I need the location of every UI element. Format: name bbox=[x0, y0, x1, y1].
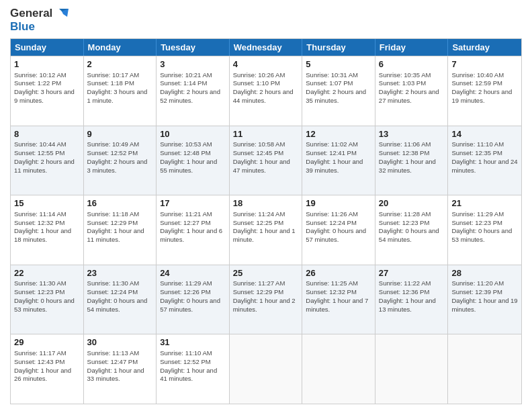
logo-text-block: General Blue bbox=[10, 7, 69, 33]
day-number: 8 bbox=[14, 128, 80, 140]
day-number: 26 bbox=[306, 267, 371, 279]
calendar-header: SundayMondayTuesdayWednesdayThursdayFrid… bbox=[11, 39, 521, 56]
day-number: 24 bbox=[160, 267, 226, 279]
day-info: Sunrise: 11:29 AM Sunset: 12:26 PM Dayli… bbox=[160, 279, 226, 314]
day-of-week-header: Wednesday bbox=[230, 39, 303, 56]
day-number: 20 bbox=[379, 197, 445, 210]
header: General Blue bbox=[10, 7, 522, 33]
day-number: 31 bbox=[160, 336, 226, 349]
calendar-body: 1Sunrise: 10:12 AM Sunset: 1:22 PM Dayli… bbox=[11, 56, 521, 404]
calendar-cell: 5Sunrise: 10:31 AM Sunset: 1:07 PM Dayli… bbox=[302, 56, 375, 126]
day-info: Sunrise: 11:25 AM Sunset: 12:32 PM Dayli… bbox=[306, 279, 371, 314]
day-number: 25 bbox=[233, 267, 299, 279]
day-number: 23 bbox=[87, 267, 153, 279]
calendar-cell: 12Sunrise: 11:02 AM Sunset: 12:41 PM Day… bbox=[302, 126, 375, 195]
calendar: SundayMondayTuesdayWednesdayThursdayFrid… bbox=[10, 38, 522, 404]
day-info: Sunrise: 10:44 AM Sunset: 12:55 PM Dayli… bbox=[14, 140, 80, 175]
day-info: Sunrise: 11:27 AM Sunset: 12:29 PM Dayli… bbox=[233, 279, 299, 314]
logo-blue: Blue bbox=[10, 20, 69, 34]
calendar-row: 15Sunrise: 11:14 AM Sunset: 12:32 PM Day… bbox=[11, 195, 521, 265]
day-number: 29 bbox=[14, 336, 80, 349]
day-info: Sunrise: 10:26 AM Sunset: 1:10 PM Daylig… bbox=[233, 71, 299, 105]
logo-general: General bbox=[10, 7, 52, 20]
calendar-cell: 1Sunrise: 10:12 AM Sunset: 1:22 PM Dayli… bbox=[11, 56, 84, 126]
day-number: 17 bbox=[160, 197, 226, 210]
day-info: Sunrise: 11:02 AM Sunset: 12:41 PM Dayli… bbox=[306, 140, 371, 175]
day-number: 5 bbox=[306, 58, 371, 71]
logo-bird-icon bbox=[54, 7, 69, 19]
day-number: 13 bbox=[379, 128, 445, 140]
calendar-cell: 26Sunrise: 11:25 AM Sunset: 12:32 PM Day… bbox=[302, 265, 375, 334]
day-info: Sunrise: 11:30 AM Sunset: 12:24 PM Dayli… bbox=[87, 279, 153, 314]
day-of-week-header: Sunday bbox=[11, 39, 84, 56]
day-of-week-header: Thursday bbox=[302, 39, 375, 56]
day-number: 2 bbox=[87, 58, 153, 71]
calendar-row: 1Sunrise: 10:12 AM Sunset: 1:22 PM Dayli… bbox=[11, 56, 521, 126]
day-info: Sunrise: 10:12 AM Sunset: 1:22 PM Daylig… bbox=[14, 71, 80, 105]
calendar-cell: 20Sunrise: 11:28 AM Sunset: 12:23 PM Day… bbox=[375, 195, 449, 265]
day-info: Sunrise: 10:21 AM Sunset: 1:14 PM Daylig… bbox=[160, 71, 226, 105]
calendar-cell: 4Sunrise: 10:26 AM Sunset: 1:10 PM Dayli… bbox=[230, 56, 303, 126]
day-info: Sunrise: 11:06 AM Sunset: 12:38 PM Dayli… bbox=[379, 140, 445, 175]
calendar-cell: 6Sunrise: 10:35 AM Sunset: 1:03 PM Dayli… bbox=[375, 56, 449, 126]
day-info: Sunrise: 11:20 AM Sunset: 12:39 PM Dayli… bbox=[451, 279, 518, 314]
day-info: Sunrise: 11:22 AM Sunset: 12:36 PM Dayli… bbox=[379, 279, 445, 314]
calendar-cell: 24Sunrise: 11:29 AM Sunset: 12:26 PM Day… bbox=[157, 265, 230, 334]
calendar-cell: 29Sunrise: 11:17 AM Sunset: 12:43 PM Day… bbox=[11, 334, 84, 404]
calendar-row: 22Sunrise: 11:30 AM Sunset: 12:23 PM Day… bbox=[11, 265, 521, 334]
calendar-cell bbox=[230, 334, 303, 404]
day-of-week-header: Friday bbox=[375, 39, 449, 56]
day-info: Sunrise: 10:58 AM Sunset: 12:45 PM Dayli… bbox=[233, 140, 299, 175]
day-info: Sunrise: 11:26 AM Sunset: 12:24 PM Dayli… bbox=[306, 210, 371, 244]
calendar-cell: 3Sunrise: 10:21 AM Sunset: 1:14 PM Dayli… bbox=[157, 56, 230, 126]
calendar-row: 8Sunrise: 10:44 AM Sunset: 12:55 PM Dayl… bbox=[11, 126, 521, 195]
day-number: 30 bbox=[87, 336, 153, 349]
calendar-cell bbox=[375, 334, 449, 404]
day-info: Sunrise: 11:30 AM Sunset: 12:23 PM Dayli… bbox=[14, 279, 80, 314]
calendar-cell: 17Sunrise: 11:21 AM Sunset: 12:27 PM Day… bbox=[157, 195, 230, 265]
day-info: Sunrise: 10:17 AM Sunset: 1:18 PM Daylig… bbox=[87, 71, 153, 105]
day-info: Sunrise: 10:53 AM Sunset: 12:48 PM Dayli… bbox=[160, 140, 226, 175]
day-number: 18 bbox=[233, 197, 299, 210]
calendar-cell: 31Sunrise: 11:10 AM Sunset: 12:52 PM Day… bbox=[157, 334, 230, 404]
calendar-cell: 21Sunrise: 11:29 AM Sunset: 12:23 PM Day… bbox=[448, 195, 521, 265]
day-number: 27 bbox=[379, 267, 445, 279]
day-number: 4 bbox=[233, 58, 299, 71]
calendar-cell: 18Sunrise: 11:24 AM Sunset: 12:25 PM Day… bbox=[230, 195, 303, 265]
calendar-cell: 15Sunrise: 11:14 AM Sunset: 12:32 PM Day… bbox=[11, 195, 84, 265]
day-info: Sunrise: 11:14 AM Sunset: 12:32 PM Dayli… bbox=[14, 210, 80, 244]
calendar-cell: 28Sunrise: 11:20 AM Sunset: 12:39 PM Day… bbox=[448, 265, 521, 334]
day-info: Sunrise: 10:49 AM Sunset: 12:52 PM Dayli… bbox=[87, 140, 153, 175]
day-info: Sunrise: 11:18 AM Sunset: 12:29 PM Dayli… bbox=[87, 210, 153, 244]
day-number: 22 bbox=[14, 267, 80, 279]
calendar-cell: 2Sunrise: 10:17 AM Sunset: 1:18 PM Dayli… bbox=[84, 56, 157, 126]
day-number: 7 bbox=[451, 58, 518, 71]
calendar-cell: 30Sunrise: 11:13 AM Sunset: 12:47 PM Day… bbox=[84, 334, 157, 404]
day-info: Sunrise: 11:29 AM Sunset: 12:23 PM Dayli… bbox=[451, 210, 518, 244]
day-number: 12 bbox=[306, 128, 371, 140]
day-number: 16 bbox=[87, 197, 153, 210]
day-info: Sunrise: 10:40 AM Sunset: 12:59 PM Dayli… bbox=[451, 71, 518, 105]
day-info: Sunrise: 11:17 AM Sunset: 12:43 PM Dayli… bbox=[14, 349, 80, 383]
day-number: 3 bbox=[160, 58, 226, 71]
calendar-cell: 16Sunrise: 11:18 AM Sunset: 12:29 PM Day… bbox=[84, 195, 157, 265]
calendar-cell: 19Sunrise: 11:26 AM Sunset: 12:24 PM Day… bbox=[302, 195, 375, 265]
page: General Blue SundayMondayTuesdayWednesda… bbox=[0, 0, 532, 411]
calendar-cell: 11Sunrise: 10:58 AM Sunset: 12:45 PM Day… bbox=[230, 126, 303, 195]
day-info: Sunrise: 11:21 AM Sunset: 12:27 PM Dayli… bbox=[160, 210, 226, 244]
day-info: Sunrise: 10:31 AM Sunset: 1:07 PM Daylig… bbox=[306, 71, 371, 105]
calendar-cell: 27Sunrise: 11:22 AM Sunset: 12:36 PM Day… bbox=[375, 265, 449, 334]
calendar-cell: 7Sunrise: 10:40 AM Sunset: 12:59 PM Dayl… bbox=[448, 56, 521, 126]
day-of-week-header: Monday bbox=[84, 39, 157, 56]
calendar-cell bbox=[302, 334, 375, 404]
calendar-cell bbox=[448, 334, 521, 404]
calendar-cell: 25Sunrise: 11:27 AM Sunset: 12:29 PM Day… bbox=[230, 265, 303, 334]
day-number: 9 bbox=[87, 128, 153, 140]
day-info: Sunrise: 10:35 AM Sunset: 1:03 PM Daylig… bbox=[379, 71, 445, 105]
day-number: 21 bbox=[451, 197, 518, 210]
day-number: 15 bbox=[14, 197, 80, 210]
calendar-cell: 9Sunrise: 10:49 AM Sunset: 12:52 PM Dayl… bbox=[84, 126, 157, 195]
day-number: 6 bbox=[379, 58, 445, 71]
day-of-week-header: Tuesday bbox=[157, 39, 230, 56]
day-number: 19 bbox=[306, 197, 371, 210]
